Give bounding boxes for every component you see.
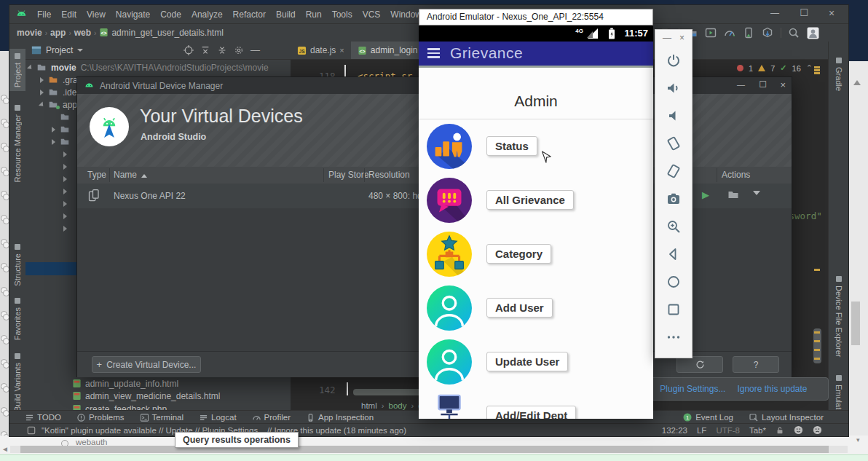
menu-code[interactable]: Code <box>155 7 186 22</box>
tree-node-collapsed[interactable] <box>63 160 67 173</box>
tool-button-event-log[interactable]: 1Event Log <box>683 413 733 422</box>
menu-navigate[interactable]: Navigate <box>111 7 155 22</box>
device-manager-icon[interactable] <box>743 27 755 39</box>
column-header-type[interactable]: Type <box>87 170 106 180</box>
project-panel-title[interactable]: Project <box>46 45 73 55</box>
plugin-settings-link[interactable]: Plugin Settings... <box>660 384 725 394</box>
caret-position[interactable]: 132:23 <box>662 426 687 435</box>
launch-device-icon[interactable]: ▶ <box>702 189 709 200</box>
create-virtual-device-button[interactable]: + Create Virtual Device... <box>92 356 201 373</box>
tree-item-app[interactable]: app <box>40 98 77 111</box>
add-user-button[interactable]: Add User <box>486 298 553 318</box>
avatar-icon[interactable] <box>807 27 819 39</box>
sidebar-item-resource-manager[interactable]: Resource Manager <box>9 103 25 184</box>
chevron-icon[interactable] <box>63 201 67 207</box>
menu-vcs[interactable]: VCS <box>358 7 386 22</box>
close-tab-icon[interactable]: × <box>339 46 344 55</box>
power-icon[interactable] <box>665 52 682 69</box>
tool-button-terminal[interactable]: Terminal <box>141 413 184 422</box>
column-header-name[interactable]: Name <box>114 170 147 180</box>
status-button[interactable]: Status <box>486 136 537 156</box>
scroll-left-arrow-icon[interactable]: ◄ <box>1 445 9 453</box>
tool-button-app-inspection[interactable]: App Inspection <box>307 413 374 422</box>
sidebar-item-favorites[interactable]: Favorites <box>9 296 25 342</box>
add-edit-dept-button[interactable]: Add/Edit Dept <box>486 406 576 419</box>
horizontal-scrollbar-thumb[interactable] <box>20 446 829 453</box>
tree-folder[interactable] <box>52 111 70 123</box>
tree-folder[interactable] <box>52 123 70 135</box>
minimize-button[interactable]: — <box>762 5 787 21</box>
hamburger-menu-icon[interactable] <box>427 48 440 60</box>
sidebar-item-project[interactable]: Project <box>9 49 25 91</box>
volume-down-icon[interactable] <box>665 107 682 125</box>
chevron-icon[interactable] <box>63 189 67 194</box>
refresh-button[interactable] <box>676 356 723 373</box>
zoom-in-icon[interactable] <box>665 218 682 235</box>
tab-admin-login[interactable]: <> admin_login <box>351 42 425 59</box>
collapse-all-icon[interactable] <box>200 45 210 55</box>
volume-up-icon[interactable] <box>665 79 682 97</box>
chevron-expanded-icon[interactable] <box>27 64 33 71</box>
tree-node-collapsed[interactable] <box>63 222 67 235</box>
tree-node-collapsed[interactable] <box>63 185 67 197</box>
all-grievance-button[interactable]: All Grievance <box>486 190 574 210</box>
rotate-left-icon[interactable] <box>665 135 682 152</box>
tree-node-collapsed[interactable] <box>63 148 67 160</box>
panel-close-button[interactable]: × <box>679 33 684 43</box>
indent-setting[interactable]: Tab* <box>749 426 766 435</box>
chevron-icon[interactable] <box>63 164 67 170</box>
app-content[interactable]: Admin StatusAll GrievanceCategoryAdd Use… <box>419 68 653 419</box>
lock-icon[interactable] <box>776 426 784 435</box>
sdk-manager-icon[interactable] <box>762 27 774 39</box>
menu-edit[interactable]: Edit <box>56 7 82 22</box>
chevron-icon[interactable] <box>63 213 67 219</box>
overview-icon[interactable] <box>665 301 682 318</box>
home-icon[interactable] <box>665 273 682 291</box>
settings-gear-icon[interactable] <box>234 45 244 55</box>
scroll-up-arrow-icon[interactable] <box>853 80 861 85</box>
panel-minimize-button[interactable]: — <box>663 33 671 43</box>
menu-build[interactable]: Build <box>271 7 301 22</box>
chevron-icon[interactable] <box>52 139 55 145</box>
menu-analyze[interactable]: Analyze <box>186 7 228 22</box>
update-user-button[interactable]: Update User <box>486 352 568 371</box>
avd-minimize-button[interactable]: — <box>737 80 745 89</box>
tree-node-collapsed[interactable] <box>63 210 67 222</box>
chevron-up-icon[interactable]: ⌃ <box>806 63 813 73</box>
more-icon[interactable] <box>665 328 682 346</box>
emulator-title-bar[interactable]: Android Emulator - Nexus_One_API_22:5554 <box>419 9 653 25</box>
sidebar-item-structure[interactable]: Structure <box>9 241 25 288</box>
file-encoding[interactable]: UTF-8 <box>716 426 740 435</box>
maximize-button[interactable]: ☐ <box>792 5 816 21</box>
emulator-screen[interactable]: 4G 11:57 Grievance Admin StatusAll Griev… <box>419 25 653 419</box>
tree-file-create_feedback.php[interactable]: create_feedback.php <box>72 403 167 410</box>
chevron-icon[interactable] <box>40 90 44 95</box>
dropdown-small-arrow-icon[interactable]: ▾ <box>856 436 860 444</box>
breadcrumb-admin_get_user_details.html[interactable]: admin_get_user_details.html <box>111 28 223 38</box>
inspection-widget[interactable]: 1 7 ✓16 ⌃ <box>737 63 813 73</box>
run-window-icon[interactable] <box>705 27 717 39</box>
profiler-icon[interactable] <box>724 27 736 39</box>
breadcrumb-web[interactable]: web <box>74 28 91 38</box>
back-icon[interactable] <box>665 245 682 263</box>
more-actions-arrow-icon[interactable] <box>753 191 760 195</box>
tree-root-movie[interactable]: movieC:\Users\KAVITHA\AndroidStudioProje… <box>28 61 269 74</box>
tree-file-admin_view_medicine_details.html[interactable]: admin_view_medicine_details.html <box>72 390 220 403</box>
tab-date-js[interactable]: JS date.js × <box>291 42 351 59</box>
chevron-icon[interactable] <box>39 101 45 108</box>
editor-scrollbar[interactable] <box>813 60 821 409</box>
line-ending[interactable]: LF <box>697 426 706 435</box>
background-scrollbar-thumb[interactable] <box>851 302 860 345</box>
root-name[interactable]: movie <box>51 63 76 73</box>
tool-button-logcat[interactable]: Logcat <box>200 413 237 422</box>
editor-breadcrumb-body[interactable]: body <box>389 401 407 410</box>
sidebar-item-device-file-explorer[interactable]: Device File Explorer <box>829 273 848 359</box>
rotate-right-icon[interactable] <box>665 162 682 180</box>
tool-button-layout-inspector[interactable]: Layout Inspector <box>749 413 824 422</box>
locate-file-icon[interactable] <box>184 45 194 55</box>
help-button[interactable]: ? <box>733 356 779 373</box>
background-horizontal-scrollbar[interactable] <box>10 446 848 453</box>
breadcrumb-movie[interactable]: movie <box>17 28 42 38</box>
chevron-icon[interactable] <box>52 127 55 133</box>
close-button[interactable]: × <box>819 5 844 21</box>
